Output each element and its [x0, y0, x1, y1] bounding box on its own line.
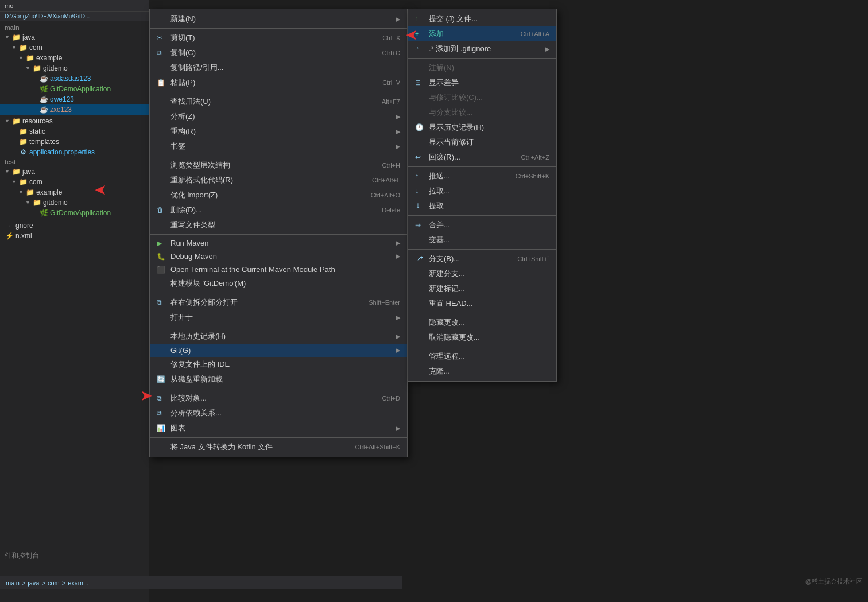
add-red-arrow: ➤	[405, 26, 418, 44]
menu-debug-maven[interactable]: 🐛 Debug Maven ▶	[150, 250, 407, 263]
menu-copy-path[interactable]: 复制路径/引用...	[150, 60, 407, 75]
diagrams-arrow: ▶	[396, 425, 400, 432]
menu-commit[interactable]: ↑ 提交 (J) 文件...	[408, 11, 556, 26]
menu-compare-text: 比较对象...	[170, 393, 371, 403]
label-zxc123: zxc123	[50, 106, 72, 114]
sep2	[150, 92, 407, 92]
tree-item-templates[interactable]: 📁 templates	[0, 137, 149, 147]
push-shortcut: Ctrl+Shift+K	[516, 173, 549, 180]
menu-bookmark[interactable]: 书签 ▶	[150, 139, 407, 154]
menu-analyze-deps[interactable]: ⧉ 分析依赖关系...	[150, 406, 407, 421]
local-history-arrow: ▶	[396, 333, 400, 340]
tree-item-pomxml[interactable]: ⚡ n.xml	[5, 231, 149, 241]
menu-rollback[interactable]: ↩ 回滚(R)... Ctrl+Alt+Z	[408, 150, 556, 165]
menu-convert-kotlin[interactable]: 将 Java 文件转换为 Kotlin 文件 Ctrl+Alt+Shift+K	[150, 440, 407, 455]
tree-item-gitdemoapp-test[interactable]: 🌿 GitDemoApplication	[0, 208, 149, 218]
rsep4	[408, 249, 556, 250]
menu-open-right[interactable]: ⧉ 在右侧拆分部分打开 Shift+Enter	[150, 295, 407, 310]
menu-show-diff[interactable]: ⊟ 显示差异	[408, 75, 556, 90]
open-with-arrow: ▶	[396, 314, 400, 321]
menu-analyze[interactable]: 分析(Z) ▶	[150, 109, 407, 124]
menu-fix-ide-text: 修复文件上的 IDE	[170, 359, 400, 370]
menu-show-history[interactable]: 🕐 显示历史记录(H)	[408, 120, 556, 135]
menu-pull[interactable]: ↓ 拉取...	[408, 184, 556, 199]
label-gitdemoapp-test: GitDemoApplication	[50, 209, 111, 217]
menu-analyze-deps-text: 分析依赖关系...	[170, 408, 400, 418]
menu-cut[interactable]: ✂ 剪切(T) Ctrl+X	[150, 30, 407, 45]
menu-show-revision[interactable]: 显示当前修订	[408, 135, 556, 150]
menu-new[interactable]: 新建(N) ▶	[150, 11, 407, 26]
menu-fetch-text: 提取	[429, 201, 549, 211]
menu-paste[interactable]: 📋 粘贴(P) Ctrl+V	[150, 75, 407, 90]
paste-shortcut: Ctrl+V	[382, 79, 400, 86]
tree-item-example[interactable]: ▼ 📁 example	[0, 53, 149, 63]
tree-item-gitdemoapp[interactable]: 🌿 GitDemoApplication	[0, 84, 149, 94]
copy-icon: ⧉	[157, 49, 167, 57]
menu-show-diff-text: 显示差异	[429, 77, 549, 88]
menu-find-usage[interactable]: 查找用法(U) Alt+F7	[150, 94, 407, 109]
menu-fetch[interactable]: ⇓ 提取	[408, 199, 556, 213]
arrow-example: ▼	[18, 55, 25, 61]
tree-item-qwe123[interactable]: ☕ qwe123	[0, 94, 149, 104]
tree-item-static[interactable]: 📁 static	[0, 126, 149, 137]
menu-branch[interactable]: ⎇ 分支(B)... Ctrl+Shift+`	[408, 251, 556, 266]
tree-item-gitdemo[interactable]: ▼ 📁 gitdemo	[0, 63, 149, 73]
menu-new-tag[interactable]: 新建标记...	[408, 281, 556, 296]
menu-compare-rev: 与修订比较(C)...	[408, 90, 556, 105]
menu-open-terminal[interactable]: ⬛ Open Terminal at the Current Maven Mod…	[150, 263, 407, 276]
menu-manage-remotes[interactable]: 管理远程...	[408, 349, 556, 364]
menu-fix-ide[interactable]: 修复文件上的 IDE	[150, 357, 407, 372]
tree-item-example-test[interactable]: ▼ 📁 example	[0, 187, 149, 197]
menu-build-module[interactable]: 构建模块 'GitDemo'(M)	[150, 276, 407, 291]
menu-copy-text: 复制(C)	[170, 48, 371, 58]
menu-rewrite[interactable]: 重写文件类型	[150, 218, 407, 232]
copy-shortcut: Ctrl+C	[382, 49, 400, 56]
tree-item-resources[interactable]: ▼ 📁 resources	[0, 116, 149, 126]
menu-run-maven[interactable]: ▶ Run Maven ▶	[150, 236, 407, 250]
menu-reload-disk[interactable]: 🔄 从磁盘重新加载	[150, 372, 407, 387]
menu-diagrams[interactable]: 📊 图表 ▶	[150, 421, 407, 436]
menu-add-gitignore[interactable]: ·ˢ .ˢ 添加到 .gitignore ▶	[408, 41, 556, 56]
menu-git-text: Git(G)	[170, 346, 391, 355]
menu-unstash[interactable]: 取消隐藏更改...	[408, 330, 556, 345]
menu-reset-head[interactable]: 重置 HEAD...	[408, 296, 556, 311]
label-com-test: com	[29, 178, 42, 186]
menu-new-branch[interactable]: 新建分支...	[408, 266, 556, 281]
menu-rewrite-text: 重写文件类型	[170, 220, 400, 230]
tree-item-app-props[interactable]: ⚙ application.properties	[0, 147, 149, 157]
menu-open-with[interactable]: 打开于 ▶	[150, 310, 407, 325]
context-menu-right: ↑ 提交 (J) 文件... + 添加 Ctrl+Alt+A ·ˢ .ˢ 添加到…	[408, 9, 557, 382]
menu-clone[interactable]: 克隆...	[408, 364, 556, 379]
menu-unstash-text: 取消隐藏更改...	[429, 332, 549, 343]
tree-item-com-test[interactable]: ▼ 📁 com	[0, 177, 149, 187]
menu-analyze-text: 分析(Z)	[170, 111, 391, 122]
tree-item-zxc123[interactable]: ☕ zxc123	[0, 104, 149, 115]
sep8	[150, 437, 407, 438]
menu-local-history[interactable]: 本地历史记录(H) ▶	[150, 329, 407, 344]
menu-refactor-text: 重构(R)	[170, 126, 391, 137]
menu-stash[interactable]: 隐藏更改...	[408, 315, 556, 330]
menu-compare[interactable]: ⧉ 比较对象... Ctrl+D	[150, 391, 407, 406]
menu-show-history-text: 显示历史记录(H)	[429, 122, 549, 133]
menu-browse-type[interactable]: 浏览类型层次结构 Ctrl+H	[150, 158, 407, 173]
menu-refactor[interactable]: 重构(R) ▶	[150, 124, 407, 139]
label-resources: resources	[22, 117, 53, 125]
menu-delete[interactable]: 🗑 删除(D)... Delete	[150, 203, 407, 218]
tree-item-gitignore[interactable]: · gnore	[5, 220, 149, 231]
run-maven-icon: ▶	[157, 239, 167, 247]
menu-copy[interactable]: ⧉ 复制(C) Ctrl+C	[150, 45, 407, 60]
tree-item-com[interactable]: ▼ 📁 com	[0, 42, 149, 53]
menu-push[interactable]: ↑ 推送... Ctrl+Shift+K	[408, 169, 556, 184]
rsep3	[408, 215, 556, 216]
menu-git[interactable]: Git(G) ▶	[150, 344, 407, 357]
menu-optimize[interactable]: 优化 import(Z) Ctrl+Alt+O	[150, 188, 407, 203]
browse-shortcut: Ctrl+H	[382, 162, 400, 169]
menu-add[interactable]: + 添加 Ctrl+Alt+A	[408, 26, 556, 41]
tree-item-java[interactable]: ▼ 📁 java	[0, 32, 149, 42]
tree-item-asdasdas123[interactable]: ☕ asdasdas123	[0, 73, 149, 84]
tree-item-java-test[interactable]: ▼ 📁 java	[0, 166, 149, 177]
menu-reformat[interactable]: 重新格式化代码(R) Ctrl+Alt+L	[150, 173, 407, 188]
menu-merge[interactable]: ⇛ 合并...	[408, 218, 556, 232]
tree-item-gitdemo-test[interactable]: ▼ 📁 gitdemo	[0, 197, 149, 208]
menu-rebase[interactable]: 变基...	[408, 232, 556, 247]
